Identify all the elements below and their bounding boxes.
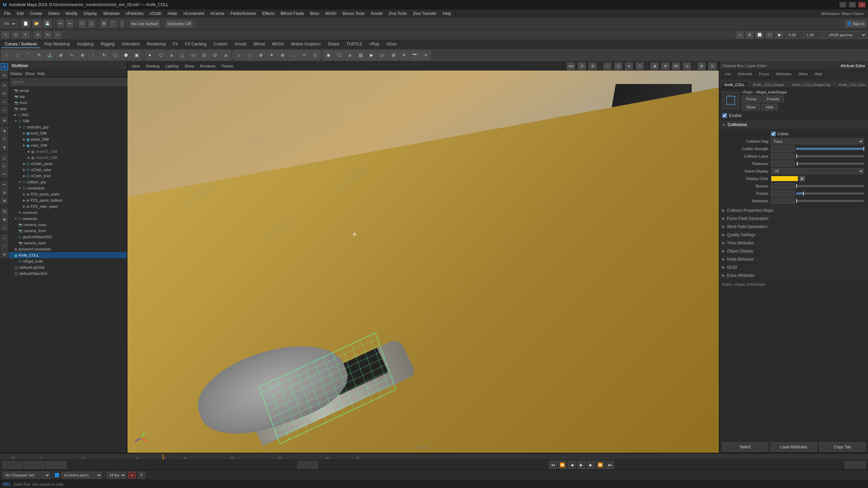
shelf-helix-btn[interactable]: ⌀ [221, 50, 231, 60]
menu-create[interactable]: Create [27, 11, 45, 17]
shelf-tab-arnold[interactable]: Arnold [231, 41, 250, 48]
vp-hud-btn[interactable]: ⊡ [708, 62, 717, 70]
shelf-tab-fx[interactable]: FX [170, 41, 181, 48]
vp-icon5[interactable]: ◼ [775, 31, 784, 39]
playback-end-field[interactable]: 90 [845, 461, 865, 469]
shelf-tab-fx-caching[interactable]: FX Caching [182, 41, 210, 48]
outliner-item-p2s-robe-waist[interactable]: ▶ ⊛ P2S_robe_waist [9, 203, 127, 209]
shelf-soft-mod-btn[interactable]: ⊛ [277, 50, 288, 60]
mode-dropdown[interactable]: FX [1, 20, 17, 27]
bounce-input[interactable]: 0.000 [771, 183, 795, 189]
shelf-attr-btn[interactable]: ≡ [421, 50, 431, 60]
outliner-item-nrigid-knife[interactable]: ⬡ nRigid_knife [9, 258, 127, 264]
near-clip-field[interactable] [787, 32, 804, 38]
outliner-display-menu[interactable]: Display [10, 72, 22, 76]
shelf-jiggle-btn[interactable]: ⌻ [310, 50, 320, 60]
menu-help[interactable]: Help [440, 11, 454, 17]
outliner-item-camera-back[interactable]: 📷 camera_back [9, 240, 127, 246]
save-scene-btn[interactable]: 💾 [43, 19, 52, 28]
shelf-square-btn[interactable]: □ [12, 50, 22, 60]
outliner-item-constraints[interactable]: ▼ ⬡ constraints [9, 185, 127, 191]
outliner-item-robe-sim[interactable]: ▶ ▦ robe_SIM [9, 142, 127, 148]
friction-input[interactable]: 0.100 [771, 190, 795, 197]
undo-btn[interactable]: ↩ [57, 19, 64, 28]
show-manip-tool-btn[interactable]: ⊛ [1, 117, 8, 124]
quality-settings-section[interactable]: ▶ Quality Settings [719, 231, 868, 239]
shelf-curve-btn[interactable]: ∿ [66, 50, 77, 60]
character-set-dropdown[interactable]: No Character Set [3, 472, 50, 479]
paint-skin-tool-btn[interactable]: ⊕ [1, 143, 8, 151]
thickness-slider[interactable] [796, 163, 864, 165]
auto-key-btn[interactable]: ● [128, 472, 136, 479]
shelf-camera-btn[interactable]: 📷 [410, 50, 420, 60]
outliner-help-menu[interactable]: Help [37, 72, 45, 76]
go-end-btn[interactable]: ⏭ [606, 461, 614, 469]
create-polygon-tool-btn[interactable]: △ [1, 154, 8, 161]
vp-aa-btn[interactable]: Aa [672, 62, 680, 70]
lighting-menu-btn[interactable]: Lighting [163, 63, 181, 69]
shading-menu-btn[interactable]: Shading [144, 63, 161, 69]
split-polygon-tool-btn[interactable]: ✂ [1, 170, 8, 178]
bevel-tool-btn[interactable]: ⌂ [1, 234, 8, 242]
outliner-item-chain01-sim[interactable]: ▶ ▦ chain01_SIM [9, 148, 127, 155]
shelf-deform-btn[interactable]: ⌂ [234, 50, 244, 60]
tool-rotate[interactable]: ↻ [43, 31, 52, 39]
menu-ncache[interactable]: nCache [208, 11, 227, 17]
shelf-surf-display-btn[interactable]: ▤ [356, 50, 366, 60]
menu-ziva-transfer[interactable]: Ziva Transfer [410, 11, 439, 17]
anim-layer-dropdown[interactable]: im:AnimLayer1 [61, 472, 102, 479]
color-space-dropdown[interactable]: sRGB gamma [826, 32, 867, 38]
ae-copy-tab-btn[interactable]: Copy Tab [820, 443, 865, 451]
outliner-item-ncloth-robe[interactable]: ▶ ⬡ nCloth_robe [9, 167, 127, 173]
vp-icon1[interactable]: □ [735, 31, 744, 39]
guid-section[interactable]: ▶ GUID [719, 263, 868, 271]
outliner-item-nucleus1[interactable]: ⚛ nucleus1 [9, 209, 127, 216]
append-polygon-tool-btn[interactable]: ▷ [1, 162, 8, 169]
minimize-button[interactable]: ─ [840, 2, 846, 7]
vp-wireframe-btn[interactable]: □ [603, 62, 612, 70]
ae-show-btn[interactable]: Show [742, 104, 760, 110]
time-attributes-section[interactable]: ▶ Time Attributes [719, 239, 868, 247]
ae-tab-help[interactable]: Help [812, 71, 825, 77]
far-clip-field[interactable] [805, 32, 822, 38]
force-field-generation-section[interactable]: ▶ Force Field Generation [719, 215, 868, 223]
live-surface-btn[interactable]: No Live Surface [129, 19, 160, 28]
menu-file[interactable]: File [1, 11, 13, 17]
collide-checkbox[interactable] [771, 131, 776, 136]
menu-fields-solvers[interactable]: Fields/Solvers [228, 11, 259, 17]
next-frame-btn[interactable]: ▶ [587, 461, 595, 469]
outliner-item-p2s-pants-waist[interactable]: ▶ ⊛ P2S_pants_waist [9, 191, 127, 197]
loop-btn[interactable]: ↻ [138, 472, 145, 479]
outliner-show-menu[interactable]: Show [25, 72, 35, 76]
collision-layer-input[interactable]: 0.000 [771, 153, 795, 159]
ae-node-tab-knife-coll-shu[interactable]: Knife_COLLShu [835, 81, 868, 88]
outliner-item-grp-surf-attach[interactable]: ⬡ grpSurfAttachRIG [9, 234, 127, 240]
outliner-item-front[interactable]: 📷 front [9, 100, 127, 106]
vp-dof-btn[interactable]: ◎ [683, 62, 691, 70]
shelf-tab-shave[interactable]: Shave [324, 41, 343, 48]
outliner-item-chain02-sim[interactable]: ▶ ▦ chain02_SIM [9, 155, 127, 161]
symmetry-btn[interactable]: Symmetry: Off [165, 19, 193, 28]
prev-key-btn[interactable]: ⏪ [558, 461, 567, 469]
snap-curve-btn[interactable]: ⌒ [109, 19, 118, 28]
menu-mash[interactable]: MASh [323, 11, 339, 17]
next-key-btn[interactable]: ⏩ [596, 461, 605, 469]
menu-edit[interactable]: Edit [14, 11, 26, 17]
slide-edge-tool-btn[interactable]: ⊟ [1, 207, 8, 215]
shelf-sculpt-btn[interactable]: ⌑ [299, 50, 309, 60]
outliner-item-ncloth-pants[interactable]: ▶ ⬡ nCloth_pants [9, 161, 127, 167]
outliner-item-collider-grp[interactable]: ▼ ⬡ collider_grp [9, 179, 127, 185]
stickiness-slider[interactable] [796, 200, 864, 202]
extra-attributes-section[interactable]: ▶ Extra Attributes [719, 271, 868, 280]
ae-node-tab-knife-coll[interactable]: Knife_COLL [721, 81, 749, 88]
menu-ncloth[interactable]: nCloth [147, 11, 164, 17]
playback-start-field[interactable]: -30 [46, 461, 66, 469]
select-by-component-btn[interactable]: ⬡ [87, 19, 96, 28]
node-behavior-section[interactable]: ▶ Node Behavior [719, 255, 868, 263]
shelf-birail-btn[interactable]: ⬣ [121, 50, 131, 60]
outliner-item-p2s-pants-bottom[interactable]: ▶ ⊛ P2S_pants_bottom [9, 197, 127, 203]
shelf-blend-btn[interactable]: ⊕ [256, 50, 266, 60]
shelf-tab-animation[interactable]: Animation [118, 41, 143, 48]
shelf-pipe-btn[interactable]: ⊙ [210, 50, 220, 60]
go-start-btn[interactable]: ⏮ [549, 461, 557, 469]
